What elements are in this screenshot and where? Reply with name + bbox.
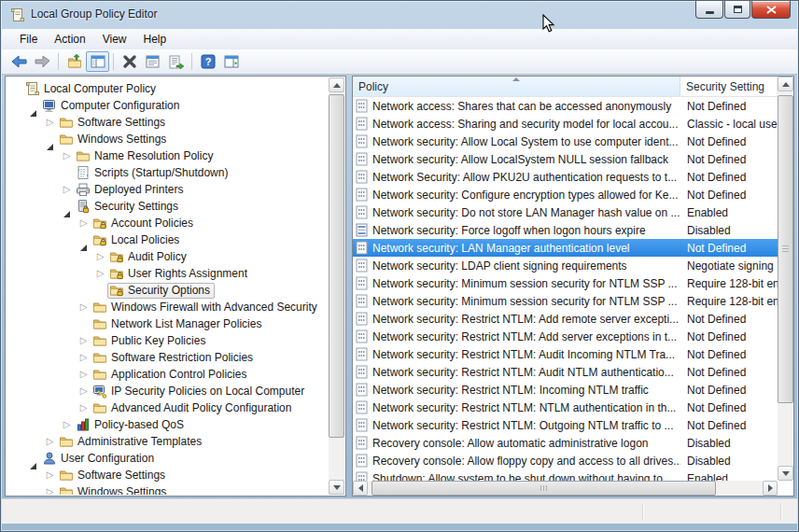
list-row[interactable]: Recovery console: Allow automatic admini… <box>353 434 778 452</box>
list-row[interactable]: Network security: LAN Manager authentica… <box>353 239 778 257</box>
tree-item-application-control-policies[interactable]: ▷Application Control Policies <box>7 366 329 383</box>
scrollbar-thumb[interactable] <box>778 95 793 403</box>
tree-item-policy-based-qos[interactable]: ▷Policy-based QoS <box>7 416 329 433</box>
menu-help[interactable]: Help <box>135 31 175 48</box>
scroll-up-button[interactable] <box>329 77 344 92</box>
list-row[interactable]: Network security: Do not store LAN Manag… <box>353 203 778 221</box>
tree-item-computer-configuration[interactable]: Computer Configuration <box>7 97 329 114</box>
tree-item-ip-security-policies-on-local-computer[interactable]: ▷IP Security Policies on Local Computer <box>7 383 329 399</box>
expander-closed-icon[interactable]: ▷ <box>77 366 91 383</box>
expander-closed-icon[interactable]: ▷ <box>77 299 91 315</box>
list-row[interactable]: Network security: Restrict NTLM: NTLM au… <box>353 399 778 416</box>
tree-item-local-computer-policy[interactable]: Local Computer Policy <box>7 80 329 97</box>
tree-item-software-restriction-policies[interactable]: ▷Software Restriction Policies <box>7 349 329 366</box>
scroll-down-button[interactable] <box>778 466 793 481</box>
expander-closed-icon[interactable]: ▷ <box>60 416 74 433</box>
up-one-level-button[interactable] <box>63 51 86 72</box>
tree-item-name-resolution-policy[interactable]: ▷Name Resolution Policy <box>7 147 329 164</box>
list-row[interactable]: Network security: Allow Local System to … <box>353 133 778 150</box>
scroll-left-button[interactable] <box>353 481 368 496</box>
tree-item-network-list-manager-policies[interactable]: Network List Manager Policies <box>7 315 329 332</box>
scrollbar-thumb[interactable] <box>329 94 344 438</box>
expander-closed-icon[interactable]: ▷ <box>43 114 57 131</box>
tree-item-scripts-startup-shutdown[interactable]: Scripts (Startup/Shutdown) <box>7 164 329 181</box>
scrollbar-thumb[interactable] <box>371 481 716 496</box>
back-button[interactable] <box>7 51 31 72</box>
tree-item-local-policies[interactable]: Local Policies <box>7 231 329 248</box>
delete-button[interactable] <box>118 51 141 72</box>
tree-item-user-rights-assignment[interactable]: ▷User Rights Assignment <box>7 265 329 282</box>
list-row[interactable]: Network security: Restrict NTLM: Outgoin… <box>353 416 778 434</box>
list-row[interactable]: Network security: Restrict NTLM: Add ser… <box>353 328 778 345</box>
scroll-down-button[interactable] <box>329 480 344 495</box>
expander-closed-icon[interactable]: ▷ <box>77 383 91 399</box>
expander-closed-icon[interactable]: ▷ <box>77 332 91 349</box>
minimize-button[interactable] <box>695 1 723 19</box>
policy-icon <box>356 188 368 202</box>
properties-button[interactable] <box>141 51 164 72</box>
tree-item-administrative-templates[interactable]: ▷Administrative Templates <box>7 433 329 450</box>
scroll-up-button[interactable] <box>778 77 793 91</box>
expander-closed-icon[interactable]: ▷ <box>60 181 74 198</box>
expander-closed-icon[interactable]: ▷ <box>77 349 91 366</box>
expander-closed-icon[interactable]: ▷ <box>77 399 91 416</box>
expander-closed-icon[interactable]: ▷ <box>93 248 107 265</box>
tree-item-windows-settings[interactable]: ▷Windows Settings <box>7 483 329 495</box>
tree-item-software-settings[interactable]: ▷Software Settings <box>7 114 329 131</box>
column-header-policy[interactable]: Policy <box>353 77 680 96</box>
list-row[interactable]: Network security: Configure encryption t… <box>353 186 778 203</box>
list-row[interactable]: Network access: Sharing and security mod… <box>353 115 778 133</box>
expander-closed-icon[interactable]: ▷ <box>77 215 91 231</box>
show-console-tree-button[interactable] <box>86 51 109 72</box>
tree-vertical-scrollbar[interactable] <box>329 77 344 495</box>
tree-item-box: Audit Policy <box>107 249 191 265</box>
restore-button[interactable] <box>724 1 750 19</box>
list-row[interactable]: Network security: Restrict NTLM: Add rem… <box>353 310 778 328</box>
list-vertical-scrollbar[interactable] <box>778 77 793 481</box>
policy-name: Shutdown: Allow system to be shut down w… <box>372 472 672 482</box>
menu-view[interactable]: View <box>94 31 135 48</box>
list-row[interactable]: Network security: Restrict NTLM: Audit I… <box>353 345 778 363</box>
tree-item-security-options[interactable]: Security Options <box>7 282 329 299</box>
list-row[interactable]: Network security: LDAP client signing re… <box>353 257 778 274</box>
tree-item-user-configuration[interactable]: User Configuration <box>7 450 329 467</box>
tree-item-audit-policy[interactable]: ▷Audit Policy <box>7 248 329 265</box>
expander-closed-icon[interactable]: ▷ <box>93 265 107 282</box>
tree-item-account-policies[interactable]: ▷Account Policies <box>7 215 329 231</box>
column-header-security-setting[interactable]: Security Setting <box>680 77 778 96</box>
list-row[interactable]: Network security: Minimum session securi… <box>353 274 778 292</box>
tree-item-deployed-printers[interactable]: ▷Deployed Printers <box>7 181 329 198</box>
tree-item-windows-settings[interactable]: Windows Settings <box>7 131 329 147</box>
expander-closed-icon[interactable]: ▷ <box>60 147 74 164</box>
expander-closed-icon[interactable]: ▷ <box>43 467 57 483</box>
titlebar[interactable]: Local Group Policy Editor <box>1 1 798 29</box>
list-row[interactable]: Network security: Force logoff when logo… <box>353 221 778 239</box>
list-row[interactable]: Network access: Shares that can be acces… <box>353 97 778 115</box>
close-button[interactable] <box>751 1 791 19</box>
show-action-pane-button[interactable] <box>219 51 243 72</box>
tree-item-box: Network List Manager Policies <box>91 316 266 332</box>
forward-button[interactable] <box>31 51 54 72</box>
help-button[interactable]: ? <box>196 51 219 72</box>
tree-item-label: Computer Configuration <box>61 99 179 112</box>
list-row[interactable]: Network security: Restrict NTLM: Audit N… <box>353 363 778 381</box>
export-list-button[interactable] <box>164 51 188 72</box>
tree-item-software-settings[interactable]: ▷Software Settings <box>7 467 329 483</box>
list-horizontal-scrollbar[interactable] <box>353 481 778 496</box>
tree-item-security-settings[interactable]: Security Settings <box>7 198 329 215</box>
expander-closed-icon[interactable]: ▷ <box>43 433 57 450</box>
tree-item-advanced-audit-policy-configuration[interactable]: ▷Advanced Audit Policy Configuration <box>7 399 329 416</box>
list-row[interactable]: Network Security: Allow PKU2U authentica… <box>353 168 778 186</box>
menu-action[interactable]: Action <box>46 31 93 48</box>
list-row[interactable]: Shutdown: Allow system to be shut down w… <box>353 469 778 481</box>
scroll-right-button[interactable] <box>763 481 778 496</box>
expander-closed-icon[interactable]: ▷ <box>43 483 57 495</box>
list-row[interactable]: Network security: Minimum session securi… <box>353 292 778 310</box>
tree-item-windows-firewall-with-advanced-security[interactable]: ▷Windows Firewall with Advanced Security <box>7 299 329 315</box>
column-header-security-setting-label: Security Setting <box>686 80 764 93</box>
list-row[interactable]: Network security: Restrict NTLM: Incomin… <box>353 381 778 399</box>
list-row[interactable]: Network security: Allow LocalSystem NULL… <box>353 150 778 168</box>
list-row[interactable]: Recovery console: Allow floppy copy and … <box>353 452 778 469</box>
tree-item-public-key-policies[interactable]: ▷Public Key Policies <box>7 332 329 349</box>
menu-file[interactable]: File <box>11 31 46 48</box>
